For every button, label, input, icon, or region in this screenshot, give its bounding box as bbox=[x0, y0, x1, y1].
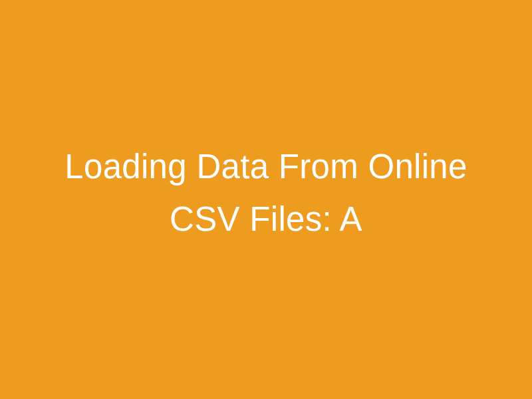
page-title: Loading Data From Online CSV Files: A bbox=[40, 140, 492, 245]
title-container: Loading Data From Online CSV Files: A bbox=[0, 140, 532, 245]
